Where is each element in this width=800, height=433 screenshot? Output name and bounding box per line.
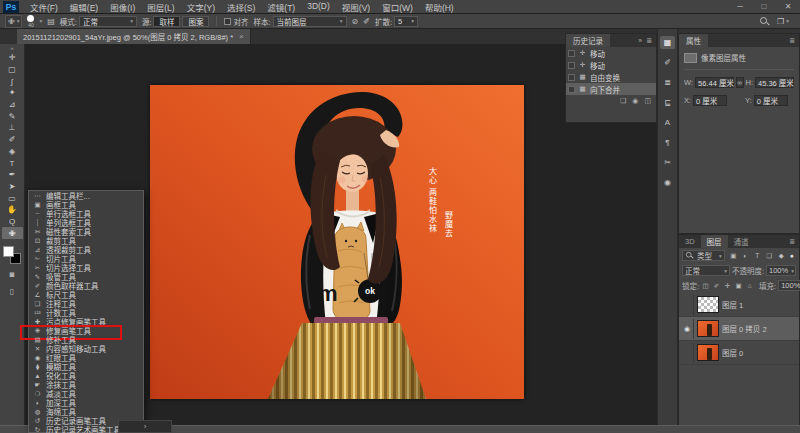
screen-mode-icon[interactable]: ▯ [2, 285, 23, 298]
toolbar-tool[interactable]: ▢ [2, 64, 23, 76]
panel-tab[interactable]: 3D [679, 235, 701, 248]
layer-name[interactable]: 图层 0 [722, 347, 743, 358]
sample-select[interactable]: 当前图层 ▾ [273, 16, 347, 27]
layer-name[interactable]: 图层 1 [722, 299, 743, 310]
layer-name[interactable]: 图层 0 拷贝 2 [722, 323, 767, 334]
width-field[interactable]: 56.44 厘米 [695, 77, 734, 88]
dock-panel-icon[interactable]: ⊑ [660, 96, 675, 109]
foreground-color-swatch[interactable] [3, 246, 14, 257]
layer-filter-icon[interactable]: ❏ [765, 252, 774, 260]
filter-toggle-icon[interactable]: ● [788, 252, 796, 259]
layer-filter-icon[interactable]: ◐ [741, 252, 750, 260]
layer-filter-icon[interactable]: ◆ [777, 252, 786, 260]
toolbar-tool[interactable]: ▭ [2, 192, 23, 204]
panel-tab[interactable]: 通道 [728, 235, 755, 248]
x-field[interactable]: 0 厘米 [693, 95, 727, 106]
layer-row[interactable]: 图层 0 [679, 341, 799, 365]
layer-thumbnail[interactable] [697, 296, 719, 313]
toolbar-tool[interactable]: ⊥ [2, 122, 23, 134]
layer-thumbnail[interactable] [697, 320, 719, 337]
dock-panel-icon[interactable]: ¶ [660, 136, 675, 149]
source-pattern-button[interactable]: 图案 [182, 16, 209, 27]
dock-panel-icon[interactable]: A [660, 116, 675, 129]
toolbar-tool[interactable]: ➤ [2, 181, 23, 193]
toolbar-tool[interactable]: ✐ [2, 134, 23, 146]
toolbar-tool[interactable]: ✦ [2, 87, 23, 99]
layer-filter-icon[interactable]: ▣ [729, 252, 738, 260]
collapse-panel-icon[interactable]: » [638, 37, 642, 45]
menu-item[interactable]: 图层(L) [141, 1, 180, 13]
toolbar-tool[interactable]: T [2, 157, 23, 169]
menu-item[interactable]: 文字(Y) [181, 1, 221, 13]
link-dimensions-icon[interactable]: ∞ [736, 77, 743, 88]
menu-item[interactable]: 3D(D) [301, 1, 336, 13]
menu-item[interactable]: 窗口(W) [376, 1, 419, 13]
history-tab[interactable]: 历史记录 [566, 34, 610, 47]
toolbar-tool[interactable]: ◈ [2, 146, 23, 158]
search-icon[interactable] [760, 17, 769, 26]
brush-panel-toggle-icon[interactable]: ▤ [47, 17, 55, 26]
menu-item[interactable]: 图像(I) [104, 1, 141, 13]
toolbar-tool[interactable]: Q [2, 216, 23, 228]
toolbar-tool[interactable]: ✒ [2, 169, 23, 181]
aligned-checkbox[interactable] [224, 18, 231, 25]
menu-item[interactable]: 选择(S) [221, 1, 261, 13]
panel-menu-icon[interactable]: ≣ [789, 238, 795, 246]
layer-row[interactable]: 图层 1 [679, 293, 799, 317]
opacity-field[interactable]: 100% ▾ [766, 265, 796, 276]
history-state[interactable]: ▦ 向下合并 [566, 83, 656, 95]
history-state[interactable]: ✛ 移动 [566, 47, 656, 59]
toolbar-expand-icon[interactable]: » [10, 44, 13, 52]
dock-panel-icon[interactable]: ▦ [660, 36, 675, 49]
toolbar-tool[interactable]: ⊿ [2, 99, 23, 111]
properties-tab[interactable]: 属性 [679, 34, 708, 47]
history-source-checkbox[interactable] [568, 62, 575, 69]
color-swatches[interactable] [3, 246, 21, 264]
layer-visibility-toggle[interactable] [681, 319, 694, 339]
pen-pressure-icon[interactable]: ✐ [363, 17, 370, 26]
lock-option-icon[interactable]: ◫ [701, 282, 710, 290]
menu-item[interactable]: 文件(F) [24, 1, 64, 13]
source-sampled-button[interactable]: 取样 [153, 16, 180, 27]
menu-item[interactable]: 编辑(E) [64, 1, 104, 13]
layer-visibility-toggle[interactable] [681, 295, 694, 315]
toolbar-tool[interactable]: ✛ [2, 52, 23, 64]
blend-mode-select[interactable]: 正常 ▾ [682, 265, 730, 276]
history-footer-icon[interactable]: ◉ [632, 97, 638, 105]
document-tab[interactable]: 20151121202901_54aYr.jpeg @ 50%(图层 0 拷贝 … [17, 29, 251, 44]
layer-filter-select[interactable]: 类型 ▾ [682, 250, 725, 261]
window-control-button[interactable]: ✕ [776, 2, 800, 11]
ignore-adjustment-layers-icon[interactable]: ⊘ [352, 17, 359, 26]
history-source-checkbox[interactable] [568, 74, 575, 81]
layer-filter-icon[interactable]: T [753, 252, 762, 260]
dock-panel-icon[interactable]: ≣ [660, 76, 675, 89]
panel-menu-icon[interactable]: ≣ [789, 37, 795, 45]
quick-mask-icon[interactable]: ◙ [2, 268, 23, 281]
lock-option-icon[interactable]: ✛ [723, 282, 732, 290]
history-state[interactable]: ✛ 移动 [566, 59, 656, 71]
document-image[interactable]: m ok 大心 两鞋怕水袜 野魔去 [150, 85, 524, 399]
height-field[interactable]: 45.36 厘米 [755, 77, 794, 88]
current-tool-chip[interactable]: ✙ ▾ [5, 15, 22, 28]
mode-select[interactable]: 正常 ▾ [79, 16, 137, 27]
close-tab-icon[interactable]: × [239, 32, 244, 41]
toolbar-tool[interactable]: ✋ [2, 204, 23, 216]
lock-option-icon[interactable]: ⌂ [745, 282, 754, 290]
history-footer-icon[interactable]: ❏ [620, 97, 626, 105]
y-field[interactable]: 0 厘米 [754, 95, 788, 106]
menu-item[interactable]: 滤镜(T) [261, 1, 301, 13]
dock-panel-icon[interactable]: ✂ [660, 156, 675, 169]
history-source-checkbox[interactable] [568, 50, 575, 57]
menu-item[interactable]: 视图(V) [336, 1, 376, 13]
dock-panel-icon[interactable]: ✐ [660, 56, 675, 69]
lock-option-icon[interactable]: ▣ [734, 282, 743, 290]
brush-preset-picker[interactable]: 40 [27, 15, 34, 28]
history-footer-icon[interactable]: ◫ [644, 97, 651, 105]
toolbar-tool[interactable]: ✙ [2, 227, 23, 239]
window-control-button[interactable]: □ [752, 2, 776, 11]
window-control-button[interactable]: ─ [728, 2, 752, 11]
toolbar-tool[interactable]: ʃ [2, 75, 23, 87]
layer-visibility-toggle[interactable] [681, 343, 694, 363]
panel-tab[interactable]: 图层 [701, 235, 728, 248]
dock-panel-icon[interactable]: ◉ [660, 176, 675, 189]
